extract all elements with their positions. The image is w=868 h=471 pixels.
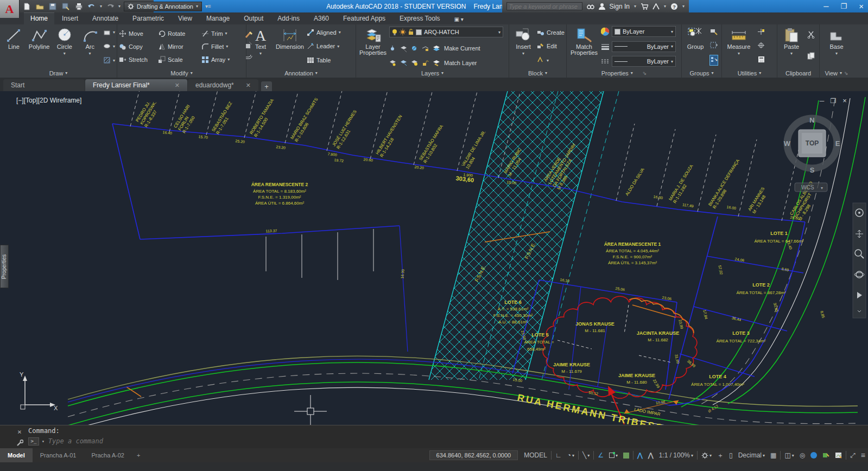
layer-lock-icon[interactable]	[408, 29, 414, 35]
viewcube-south[interactable]: S	[810, 166, 815, 174]
base-button[interactable]: Base▾	[822, 26, 851, 67]
layer-isolate-icon[interactable]	[389, 45, 396, 52]
viewport-restore-icon[interactable]: ❐	[831, 97, 837, 105]
layer-on2-icon[interactable]	[411, 59, 418, 66]
ribbon-display-toggle[interactable]: ▣ ▾	[448, 15, 470, 24]
layout-tab-model[interactable]: Model	[0, 448, 33, 462]
tab-addins[interactable]: Add-ins	[271, 13, 306, 24]
tab-home[interactable]: Home	[24, 12, 54, 24]
circle-button[interactable]: Circle▾	[53, 26, 77, 67]
sign-in-button[interactable]: Sign In	[610, 3, 630, 10]
annotation-scale-button[interactable]: 1:1 / 100%▾	[656, 449, 696, 461]
mirror-button[interactable]: Mirror	[158, 42, 201, 52]
panel-annotation-footer[interactable]: Annotation▾	[246, 68, 356, 78]
linetype-dropdown[interactable]: ByLayer▾	[612, 56, 676, 67]
rectangle-tool-button[interactable]: ▾	[103, 28, 115, 37]
file-tab-eduardodwg[interactable]: eduardodwg*✕	[188, 79, 258, 91]
viewcube-wcs-menu[interactable]: WCS	[801, 184, 814, 190]
layer-thaw-icon[interactable]	[400, 59, 407, 66]
trim-button[interactable]: Trim▾	[201, 29, 244, 39]
lineweight-dropdown[interactable]: ByLayer▾	[612, 41, 676, 52]
ellipse-tool-button[interactable]: ▾	[103, 41, 115, 51]
new-drawing-tab-button[interactable]: +	[261, 81, 272, 91]
panel-view-footer[interactable]: View▾⇘	[820, 68, 853, 78]
viewcube[interactable]: N W E S TOP WCS ▾	[784, 116, 840, 192]
grid-icon[interactable]: ∟	[553, 449, 565, 461]
tab-parametric[interactable]: Parametric	[126, 13, 170, 24]
autoscale-icon[interactable]: ⋀	[645, 449, 656, 461]
copy-clip-button[interactable]	[807, 52, 815, 62]
save-button[interactable]	[48, 2, 58, 11]
file-tab-start[interactable]: Start	[3, 79, 85, 91]
panel-groups-footer[interactable]: Groups▾	[682, 68, 721, 78]
layout-tab-pracha-a02[interactable]: Pracha A-02	[84, 448, 132, 462]
tab-insert[interactable]: Insert	[55, 13, 85, 24]
save-as-button[interactable]	[61, 2, 71, 11]
layer-off-icon[interactable]	[411, 45, 418, 52]
layer-walk-icon[interactable]	[389, 59, 396, 66]
scale-button[interactable]: Scale	[158, 55, 201, 65]
securityload-icon[interactable]	[820, 449, 832, 461]
panel-modify-footer[interactable]: Modify▾	[117, 68, 246, 78]
snap-mode-icon[interactable]: ◔▾	[565, 449, 577, 461]
rotate-button[interactable]: Rotate	[158, 29, 201, 39]
isolate-objects-icon[interactable]: ◎	[797, 449, 808, 461]
plot-button[interactable]	[74, 2, 84, 11]
properties-launcher-icon[interactable]: ⇘	[643, 71, 647, 76]
quick-properties-icon[interactable]: ▦	[768, 449, 779, 461]
aligned-dimension-button[interactable]: Aligned▾	[307, 28, 341, 37]
annotation-monitor-icon[interactable]: ＋	[714, 449, 726, 461]
match-properties-button[interactable]: Match Properties	[568, 26, 600, 67]
viewport-minimize-icon[interactable]: ─	[819, 97, 825, 105]
hatch-tool-button[interactable]: ▾	[103, 55, 115, 65]
units-button[interactable]: Decimal▾	[736, 449, 768, 461]
panel-layers-footer[interactable]: Layers▾	[356, 68, 509, 78]
open-file-button[interactable]	[35, 2, 45, 11]
viewcube-east[interactable]: E	[835, 139, 840, 148]
id-point-button[interactable]	[757, 28, 765, 37]
group-edit-button[interactable]	[710, 41, 718, 51]
insert-button[interactable]: Insert▾	[511, 26, 536, 67]
tab-featured-apps[interactable]: Featured Apps	[337, 13, 392, 24]
workspace-switcher[interactable]: Drafting & Annotation ▾	[124, 2, 202, 11]
restore-button[interactable]: ❐	[841, 2, 847, 10]
ungroup-button[interactable]	[710, 28, 718, 37]
annotation-visibility-icon[interactable]: ⋀	[635, 449, 645, 461]
annotation-monitor2-icon[interactable]	[832, 449, 845, 461]
recent-commands-caret-icon[interactable]: ▾	[42, 439, 45, 444]
properties-palette-tab[interactable]: Properties	[0, 245, 9, 288]
panel-block-footer[interactable]: Block▾	[509, 68, 566, 78]
file-tab-fredy-lanser[interactable]: Fredy Lanser Final*✕	[85, 79, 187, 91]
paste-button[interactable]: Paste▾	[779, 26, 804, 67]
quick-calculator-button[interactable]	[758, 55, 765, 65]
clean-screen-icon[interactable]: ⤢	[847, 449, 858, 461]
tab-output[interactable]: Output	[237, 13, 270, 24]
close-button[interactable]: ×	[859, 2, 864, 11]
redo-button[interactable]	[105, 2, 115, 11]
osnap-icon[interactable]: ▾	[606, 449, 620, 461]
polar-tracking-icon[interactable]: ∠	[595, 449, 606, 461]
autodesk-a360-icon[interactable]	[652, 3, 660, 10]
a360-caret-icon[interactable]: ▾	[664, 4, 666, 9]
layer-freeze2-icon[interactable]	[400, 45, 407, 52]
redo-dropdown-caret-icon[interactable]: ▾	[118, 4, 121, 9]
recent-commands-button[interactable]: >_	[28, 437, 39, 445]
fillet-button[interactable]: Fillet▾	[201, 42, 244, 52]
edit-block-button[interactable]: Edit	[537, 41, 565, 51]
viewport-controls-label[interactable]: [−][Top][2D Wireframe]	[16, 97, 81, 104]
tab-annotate[interactable]: Annotate	[86, 13, 125, 24]
command-close-icon[interactable]: ×	[17, 428, 22, 436]
leader-button[interactable]: Leader▾	[307, 41, 341, 51]
tab-express-tools[interactable]: Express Tools	[393, 13, 446, 24]
make-current-button[interactable]: Make Current	[444, 45, 480, 52]
close-tab-icon[interactable]: ✕	[175, 82, 180, 89]
search-input[interactable]	[506, 2, 582, 10]
object-color-dropdown[interactable]: ByLayer▾	[612, 26, 676, 37]
polyline-button[interactable]: Polyline	[27, 26, 52, 67]
command-customize-wrench-icon[interactable]	[16, 440, 23, 447]
dimension-button[interactable]: Dimension	[274, 26, 306, 67]
tab-manage[interactable]: Manage	[200, 13, 236, 24]
tab-view[interactable]: View	[172, 13, 199, 24]
layout-tab-prancha-a01[interactable]: Prancha A-01	[33, 448, 84, 462]
array-button[interactable]: Array▾	[201, 55, 244, 65]
